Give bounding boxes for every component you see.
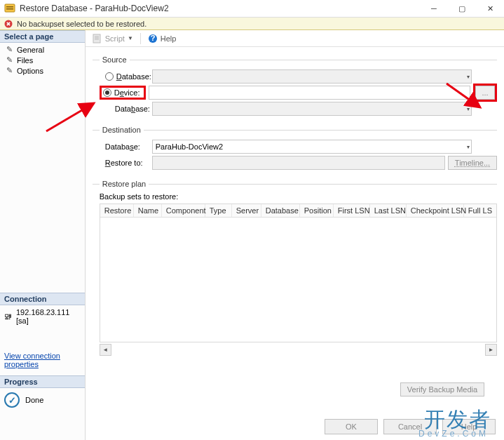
col-position[interactable]: Position bbox=[300, 204, 334, 217]
app-icon bbox=[4, 3, 15, 14]
ok-button[interactable]: OK bbox=[325, 419, 378, 434]
separator bbox=[140, 33, 141, 44]
chevron-down-icon: ▾ bbox=[467, 144, 470, 150]
page-icon: ✎ bbox=[4, 45, 14, 54]
warning-text: No backupset selected to be restored. bbox=[17, 20, 147, 28]
scrollbar-track[interactable] bbox=[111, 344, 485, 356]
view-connection-properties-link[interactable]: View connection properties bbox=[0, 350, 85, 375]
warning-bar: No backupset selected to be restored. bbox=[0, 18, 504, 30]
svg-line-9 bbox=[46, 103, 94, 131]
annotation-arrow-right bbox=[444, 81, 486, 112]
chevron-down-icon: ▾ bbox=[467, 74, 470, 80]
col-restore[interactable]: Restore bbox=[100, 204, 134, 217]
sidebar-item-options[interactable]: ✎Options bbox=[3, 65, 82, 76]
source-device-radio[interactable] bbox=[103, 88, 111, 97]
backup-sets-table: Restore Name Component Type Server Datab… bbox=[100, 204, 497, 342]
title-bar: Restore Database - ParaHub-DocView2 ─ ▢ … bbox=[0, 0, 504, 18]
col-server[interactable]: Server bbox=[232, 204, 261, 217]
device-path-input[interactable] bbox=[149, 86, 470, 100]
col-last-lsn[interactable]: Last LSN bbox=[370, 204, 407, 217]
destination-database-combo[interactable]: ParaHub-DocView2 ▾ bbox=[152, 140, 472, 154]
restore-plan-legend: Restore plan bbox=[100, 180, 149, 188]
maximize-button[interactable]: ▢ bbox=[448, 0, 476, 17]
scroll-right-button[interactable]: ► bbox=[485, 344, 497, 356]
svg-rect-2 bbox=[6, 8, 13, 10]
toolbar: Script ▼ ? Help bbox=[86, 30, 504, 47]
error-icon bbox=[4, 20, 13, 28]
help-icon: ? bbox=[148, 34, 158, 44]
col-type[interactable]: Type bbox=[205, 204, 232, 217]
window-title: Restore Database - ParaHub-DocView2 bbox=[20, 4, 420, 13]
svg-rect-0 bbox=[5, 4, 15, 12]
dialog-footer: OK Cancel Help bbox=[325, 419, 496, 434]
source-group: Source Database: ▾ Device: bbox=[93, 55, 497, 121]
sidebar-item-general[interactable]: ✎General bbox=[3, 44, 82, 55]
main-panel: Script ▼ ? Help Source Database: ▾ bbox=[86, 30, 504, 440]
dropdown-icon: ▼ bbox=[128, 35, 133, 41]
source-legend: Source bbox=[100, 55, 130, 64]
progress-header: Progress bbox=[0, 375, 85, 388]
close-button[interactable]: ✕ bbox=[476, 0, 504, 17]
sidebar: Select a page ✎General ✎Files ✎Options C… bbox=[0, 30, 86, 440]
destination-group: Destination Database: ParaHub-DocView2 ▾… bbox=[93, 126, 497, 175]
col-component[interactable]: Component bbox=[162, 204, 205, 217]
help-dialog-button[interactable]: Help bbox=[442, 419, 496, 434]
select-page-header: Select a page bbox=[0, 30, 85, 43]
progress-text: Done bbox=[25, 396, 43, 404]
cancel-button[interactable]: Cancel bbox=[383, 419, 437, 434]
scroll-left-button[interactable]: ◄ bbox=[100, 344, 111, 356]
svg-rect-6 bbox=[93, 34, 100, 43]
destination-database-label: Database: bbox=[100, 142, 152, 151]
table-header: Restore Name Component Type Server Datab… bbox=[100, 204, 496, 218]
svg-text:?: ? bbox=[150, 34, 155, 42]
page-icon: ✎ bbox=[4, 66, 14, 75]
svg-line-10 bbox=[447, 84, 480, 107]
col-database[interactable]: Database bbox=[261, 204, 300, 217]
source-database2-label: Database: bbox=[100, 105, 152, 113]
destination-database-value: ParaHub-DocView2 bbox=[156, 142, 223, 151]
destination-legend: Destination bbox=[100, 126, 144, 134]
help-button[interactable]: ? Help bbox=[145, 32, 179, 45]
sidebar-item-files[interactable]: ✎Files bbox=[3, 55, 82, 65]
done-icon: ✓ bbox=[4, 392, 20, 408]
device-highlight: Device: bbox=[100, 86, 147, 100]
script-button[interactable]: Script ▼ bbox=[90, 32, 136, 45]
source-database2-combo[interactable]: ▾ bbox=[152, 102, 472, 116]
annotation-arrow-left bbox=[43, 99, 100, 134]
timeline-button: Timeline... bbox=[448, 156, 497, 170]
backup-sets-label: Backup sets to restore: bbox=[100, 192, 497, 201]
restore-to-input bbox=[152, 156, 445, 170]
progress-status: ✓ Done bbox=[0, 388, 85, 412]
verify-backup-media-button: Verify Backup Media bbox=[400, 382, 484, 396]
col-first-lsn[interactable]: First LSN bbox=[334, 204, 370, 217]
connection-info: 🖳 192.168.23.111 [sa] bbox=[0, 305, 85, 331]
script-icon bbox=[93, 34, 102, 44]
svg-rect-1 bbox=[6, 6, 13, 8]
source-database-label: Database: bbox=[116, 72, 151, 81]
source-database-radio[interactable] bbox=[105, 72, 114, 81]
restore-plan-group: Restore plan Backup sets to restore: Res… bbox=[93, 180, 497, 360]
source-device-label: Device: bbox=[114, 88, 140, 97]
col-full-lsn[interactable]: Full LS bbox=[464, 204, 496, 217]
source-database-combo[interactable]: ▾ bbox=[152, 69, 472, 84]
connection-text: 192.168.23.111 [sa] bbox=[16, 308, 81, 325]
col-checkpoint-lsn[interactable]: Checkpoint LSN bbox=[407, 204, 464, 217]
restore-to-label: Restore to: bbox=[100, 159, 152, 167]
server-icon: 🖳 bbox=[4, 312, 12, 321]
connection-header: Connection bbox=[0, 293, 85, 305]
minimize-button[interactable]: ─ bbox=[420, 0, 448, 17]
page-icon: ✎ bbox=[4, 55, 14, 65]
col-name[interactable]: Name bbox=[134, 204, 162, 217]
